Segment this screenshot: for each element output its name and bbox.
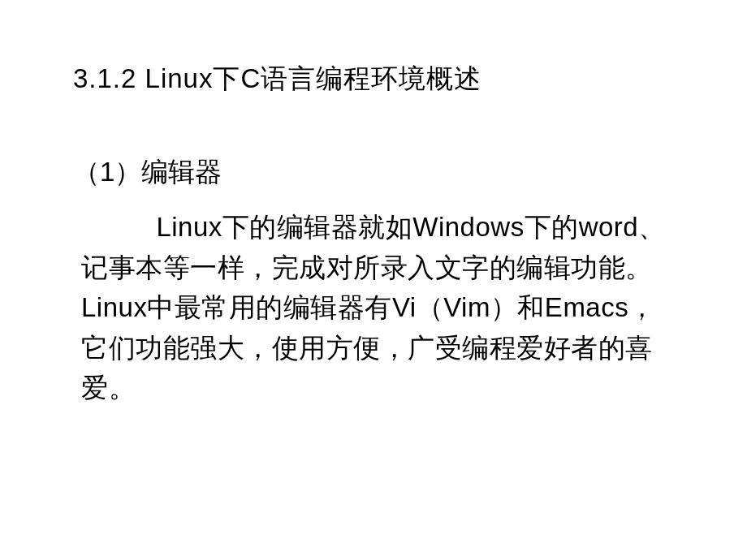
section-heading: 3.1.2 Linux下C语言编程环境概述	[73, 61, 674, 97]
subsection-heading: （1）编辑器	[73, 154, 674, 191]
body-paragraph: Linux下的编辑器就如Windows下的word、记事本等一样，完成对所录入文…	[81, 207, 674, 408]
